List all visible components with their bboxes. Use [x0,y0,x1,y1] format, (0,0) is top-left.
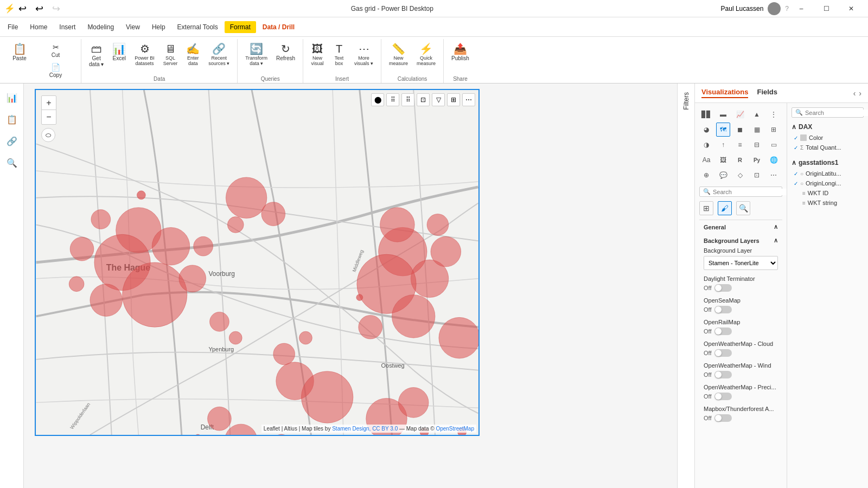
viz-icon-table[interactable]: ⊟ [750,138,764,152]
viz-icon-web[interactable]: 🌐 [767,153,781,167]
menu-help[interactable]: Help [146,21,171,33]
ribbon-btn-new-visual[interactable]: 🖼Newvisual [308,41,327,68]
viz-icon-filled-map[interactable]: ◼ [733,123,747,137]
viz-icon-decomp-tree[interactable]: ⊕ [699,168,713,182]
sidebar-dax-view[interactable]: 🔍 [2,153,22,172]
maximize-btn[interactable]: ☐ [814,0,839,17]
map-toolbar-focus[interactable]: ⊡ [417,93,430,106]
field-item-wkt-id[interactable]: ≡ WKT ID [792,188,864,198]
viz-icon-treemap[interactable]: ▦ [750,123,764,137]
map-toolbar-circle[interactable]: ⬤ [371,93,384,106]
bg-layers-title[interactable]: Background Layers ∧ [704,237,778,244]
viz-icon-card[interactable]: ▭ [767,138,781,152]
viz-icon-matrix[interactable]: ⊞ [767,123,781,137]
viz-prop-format[interactable]: 🖌 [718,201,732,215]
field-item-origin-long[interactable]: ✓ ○ OriginLongi... [792,178,864,188]
filters-label[interactable]: Filters [680,88,692,114]
open-sea-map-toggle[interactable] [714,306,732,313]
viz-icon-py-visual[interactable]: Py [750,153,764,167]
undo-btn[interactable]: ↩ [15,2,30,16]
viz-icon-map[interactable]: 🗺 [716,123,730,137]
menu-view[interactable]: View [120,21,145,33]
undo2-btn[interactable]: ↩ [32,2,47,16]
viz-icon-ai-narr[interactable]: 💬 [716,168,730,182]
fields-search-input[interactable] [805,110,868,116]
minimize-btn[interactable]: – [789,0,814,17]
map-zoom-out[interactable]: − [42,110,56,124]
ribbon-btn-get-data[interactable]: 🗃Getdata ▾ [86,41,107,69]
ribbon-btn-copy[interactable]: 📄Copy [35,61,76,80]
ribbon-btn-publish[interactable]: 📤Publish [448,41,473,63]
map-toolbar-rows[interactable]: ⠿ [401,93,414,106]
map-toolbar-filter[interactable]: ▽ [432,93,445,106]
bg-layer-select[interactable]: Stamen - TonerLite [704,256,778,270]
ribbon-btn-excel[interactable]: 📊Excel [109,41,129,63]
viz-prop-fields[interactable]: ⊞ [699,201,713,215]
menu-external-tools[interactable]: External Tools [172,21,224,33]
map-toolbar-columns[interactable]: ⠿ [386,93,399,106]
viz-icon-line-chart[interactable]: 📈 [733,107,747,121]
fields-section-dax-header[interactable]: ∧ DAX [792,121,864,133]
field-item-wkt-string[interactable]: ≡ WKT string [792,198,864,208]
open-rail-map-toggle[interactable] [714,328,732,335]
ribbon-btn-powerbi-datasets[interactable]: ⚙Power BIdatasets [131,41,158,68]
menu-data-drill[interactable]: Data / Drill [257,21,300,33]
viz-icon-stacked-bar[interactable]: ▬ [716,107,730,121]
ribbon-btn-text-box[interactable]: TTextbox [329,41,349,68]
viz-icon-more2[interactable]: ⋯ [767,168,781,182]
filters-sidebar[interactable]: Filters [677,84,694,488]
panel-back-btn[interactable]: ‹ [853,89,856,98]
map-toolbar-more[interactable]: ⋯ [462,93,475,106]
ribbon-btn-enter-data[interactable]: ✍Enterdata [183,41,203,68]
menu-file[interactable]: File [2,21,23,33]
map-lasso-tool[interactable]: ⬭ [41,128,55,142]
ribbon-btn-cut[interactable]: ✂Cut [35,41,76,60]
ribbon-btn-sql-server[interactable]: 🖥SQLServer [160,41,181,68]
ribbon-btn-refresh[interactable]: ↻Refresh [273,41,298,63]
sidebar-data-view[interactable]: 📋 [2,110,22,129]
viz-icon-gauge[interactable]: ◑ [699,138,713,152]
daylight-terminator-toggle[interactable] [714,284,732,292]
field-item-total-quant[interactable]: ✓ Σ Total Quant... [792,143,864,152]
field-item-color[interactable]: ✓ Color [792,133,864,143]
ribbon-btn-paste[interactable]: 📋 Paste [7,41,33,63]
ribbon-btn-transform[interactable]: 🔄Transformdata ▾ [242,41,271,68]
ribbon-btn-new-measure[interactable]: 📏Newmeasure [386,41,411,68]
close-btn[interactable]: ✕ [839,0,864,17]
viz-icon-pie[interactable]: ◕ [699,123,713,137]
viz-icon-shape[interactable]: ◇ [733,168,747,182]
viz-icon-more1[interactable]: ⊡ [750,168,764,182]
map-zoom-in[interactable]: + [42,96,56,110]
viz-prop-analytics[interactable]: 🔍 [736,201,750,215]
menu-insert[interactable]: Insert [54,21,81,33]
mapbox-thunderforest-toggle[interactable] [714,414,732,422]
viz-icon-slicer[interactable]: ≡ [733,138,747,152]
tab-fields[interactable]: Fields [757,88,777,98]
ribbon-btn-quick-measure[interactable]: ⚡Quickmeasure [413,41,439,68]
field-item-origin-lat[interactable]: ✓ ○ OriginLatitu... [792,169,864,178]
open-weather-cloud-toggle[interactable] [714,349,732,357]
viz-icon-area-chart[interactable]: ▲ [750,107,764,121]
open-weather-preci-toggle[interactable] [714,393,732,400]
tab-visualizations[interactable]: Visualizations [701,88,748,98]
sidebar-model-view[interactable]: 🔗 [2,131,22,151]
viz-icon-image[interactable]: 🖼 [716,153,730,167]
viz-search-input[interactable] [713,189,787,195]
viz-icon-kpi[interactable]: ↑ [716,138,730,152]
menu-home[interactable]: Home [24,21,53,33]
viz-icon-text[interactable]: Aa [699,153,713,167]
ribbon-btn-more-visuals[interactable]: ⋯Morevisuals ▾ [351,41,376,68]
panel-forward-btn[interactable]: › [859,89,861,98]
fields-section-gasstations-header[interactable]: ∧ gasstations1 [792,157,864,169]
map-visual[interactable]: ⬤ ⠿ ⠿ ⊡ ▽ ⊞ ⋯ + − ⬭ [35,89,480,436]
ribbon-btn-recent-sources[interactable]: 🔗Recentsources ▾ [205,41,233,68]
viz-icon-r-visual[interactable]: R [733,153,747,167]
menu-modeling[interactable]: Modeling [82,21,119,33]
viz-icon-scatter[interactable]: ⋮ [767,107,781,121]
menu-format[interactable]: Format [225,21,256,33]
sidebar-report-view[interactable]: 📊 [2,88,22,107]
redo-btn[interactable]: ↪ [49,2,63,16]
open-weather-wind-toggle[interactable] [714,371,732,378]
viz-icon-bar-chart[interactable]: ▊▊ [699,107,713,121]
map-toolbar-frame[interactable]: ⊞ [447,93,460,106]
